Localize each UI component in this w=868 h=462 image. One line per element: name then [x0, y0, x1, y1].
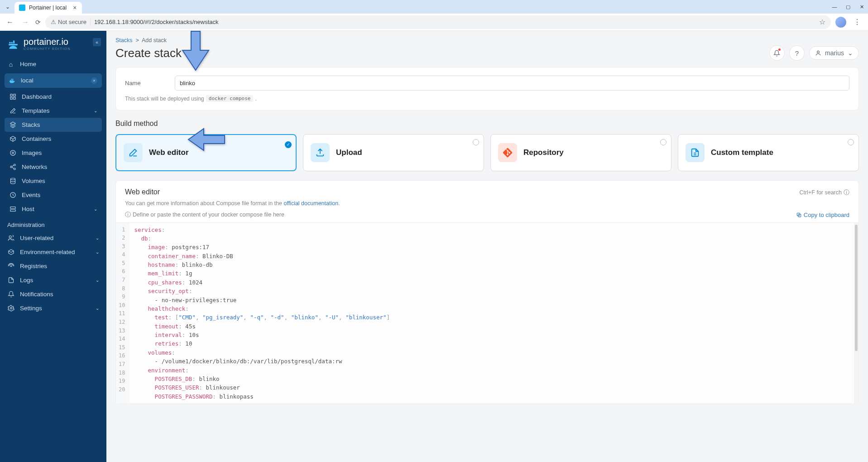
editor-placeholder-hint: ⓘ Define or paste the content of your do…	[125, 211, 284, 219]
refresh-icon[interactable]: ⟳	[185, 49, 191, 58]
sidebar-item-registries[interactable]: Registries	[0, 259, 106, 273]
name-panel: Name This stack will be deployed using d…	[115, 67, 859, 111]
build-method-web-editor[interactable]: Web editor✓	[115, 134, 297, 171]
address-bar[interactable]: ⚠ Not secure 192.168.1.18:9000/#!/2/dock…	[45, 15, 831, 29]
editor-doc-link[interactable]: official documentation	[283, 200, 338, 207]
sidebar-item-home[interactable]: ⌂ Home	[0, 57, 106, 72]
window-minimize-button[interactable]: —	[832, 4, 837, 10]
deploy-code-chip: docker compose	[206, 95, 254, 102]
environment-close-icon[interactable]: ×	[91, 77, 97, 84]
info-icon: ⓘ	[125, 211, 131, 219]
svg-point-9	[10, 178, 15, 180]
sidebar-item-dashboard[interactable]: Dashboard	[5, 90, 102, 104]
user-menu[interactable]: marius ⌄	[809, 46, 859, 60]
sidebar-section-admin: Administration	[0, 216, 106, 231]
breadcrumb: Stacks > Add stack	[106, 31, 868, 45]
method-title: Custom template	[711, 148, 773, 157]
tab-close-icon[interactable]: ×	[73, 4, 77, 11]
svg-point-13	[9, 236, 11, 238]
sidebar-collapse-button[interactable]: «	[93, 38, 101, 46]
radio-checked-icon: ✓	[285, 141, 292, 148]
browser-menu-button[interactable]: ⋮	[851, 18, 863, 26]
sidebar-item-host[interactable]: Host⌄	[5, 202, 102, 216]
chevron-down-icon: ⌄	[96, 306, 99, 311]
sidebar-item-label: Images	[22, 149, 42, 156]
sidebar-item-volumes[interactable]: Volumes	[5, 174, 102, 188]
editor-search-hint: Ctrl+F for search ⓘ	[800, 189, 849, 197]
page-title: Create stack ⟳	[115, 46, 191, 60]
window-maximize-button[interactable]: ▢	[845, 4, 851, 10]
sidebar-item-label: Environment-related	[20, 249, 75, 255]
deploy-note: This stack will be deployed using docker…	[125, 95, 849, 102]
nav-forward-button[interactable]: →	[20, 16, 31, 28]
sidebar-item-environment-related[interactable]: Environment-related⌄	[0, 245, 106, 259]
cube-icon	[7, 249, 14, 255]
editor-title: Web editor	[125, 188, 160, 196]
window-close-button[interactable]: ✕	[859, 4, 864, 10]
code-scrollbar[interactable]	[854, 223, 858, 404]
sidebar-item-label: Containers	[22, 135, 51, 142]
nav-back-button[interactable]: ←	[5, 16, 15, 28]
help-icon[interactable]: ⓘ	[844, 189, 849, 197]
name-label: Name	[125, 80, 175, 87]
tabs-dropdown[interactable]: ⌄	[4, 3, 12, 11]
help-button[interactable]: ?	[789, 45, 805, 61]
page-title-text: Create stack	[115, 46, 182, 60]
svg-rect-2	[10, 97, 12, 99]
database-icon	[9, 178, 16, 184]
chevron-down-icon: ⌄	[94, 207, 97, 212]
nav-reload-button[interactable]: ⟳	[35, 19, 41, 26]
sidebar-item-networks[interactable]: Networks	[5, 160, 102, 174]
browser-toolbar: ← → ⟳ ⚠ Not secure 192.168.1.18:9000/#!/…	[0, 14, 868, 31]
sidebar-item-label: Networks	[22, 164, 47, 170]
browser-tabbar: ⌄ Portainer | local × — ▢ ✕	[0, 0, 868, 14]
breadcrumb-root[interactable]: Stacks	[115, 37, 133, 43]
stack-name-input[interactable]	[175, 76, 849, 91]
browser-profile-avatar[interactable]	[835, 17, 846, 28]
radio-empty-icon	[848, 139, 854, 145]
code-content[interactable]: services: db: image: postgres:17 contain…	[129, 223, 854, 404]
svg-rect-11	[10, 207, 15, 208]
svg-point-4	[10, 150, 15, 155]
warning-icon: ⚠	[51, 19, 56, 25]
environment-name: local	[21, 77, 34, 84]
sidebar-item-notifications[interactable]: Notifications	[0, 287, 106, 301]
code-editor[interactable]: 1234567891011121314151617181920 services…	[116, 222, 858, 404]
bookmark-icon[interactable]: ☆	[819, 18, 825, 26]
clock-icon	[9, 192, 16, 198]
method-radio: ✓	[285, 140, 291, 146]
build-method-custom-template[interactable]: Custom template	[678, 134, 859, 171]
sidebar-item-events[interactable]: Events	[5, 188, 102, 202]
chevron-down-icon: ⌄	[96, 278, 99, 283]
sidebar-item-images[interactable]: Images	[5, 146, 102, 160]
radio-empty-icon	[660, 139, 667, 145]
breadcrumb-current: Add stack	[142, 37, 167, 43]
sidebar-item-user-related[interactable]: User-related⌄	[0, 231, 106, 245]
browser-tab[interactable]: Portainer | local ×	[14, 2, 82, 14]
sidebar-item-stacks[interactable]: Stacks	[5, 118, 102, 132]
copy-to-clipboard-button[interactable]: Copy to clipboard	[796, 212, 849, 218]
sidebar-item-templates[interactable]: Templates⌄	[5, 104, 102, 118]
sidebar-environment-header[interactable]: local ×	[5, 73, 102, 88]
bell-icon	[7, 291, 14, 298]
build-method-heading: Build method	[115, 120, 859, 128]
chevron-down-icon: ⌄	[96, 236, 99, 241]
sidebar-item-logs[interactable]: Logs⌄	[0, 273, 106, 287]
notifications-button[interactable]	[769, 45, 785, 61]
sidebar-item-settings[interactable]: Settings⌄	[0, 301, 106, 315]
gear-icon	[7, 305, 14, 312]
svg-point-5	[12, 152, 14, 154]
sidebar-item-label: Home	[20, 61, 36, 67]
server-icon	[9, 206, 16, 212]
svg-point-6	[14, 164, 15, 166]
security-label: Not secure	[58, 19, 86, 25]
home-icon: ⌂	[7, 61, 14, 68]
sidebar-item-containers[interactable]: Containers	[5, 132, 102, 146]
build-method-upload[interactable]: Upload	[303, 134, 484, 171]
users-icon	[7, 235, 14, 241]
security-chip[interactable]: ⚠ Not secure	[51, 19, 91, 25]
build-method-repository[interactable]: Repository	[490, 134, 671, 171]
notification-dot-icon	[778, 48, 781, 51]
logo[interactable]: portainer.io COMMUNITY EDITION «	[0, 31, 106, 57]
sidebar-item-label: Templates	[22, 107, 50, 114]
